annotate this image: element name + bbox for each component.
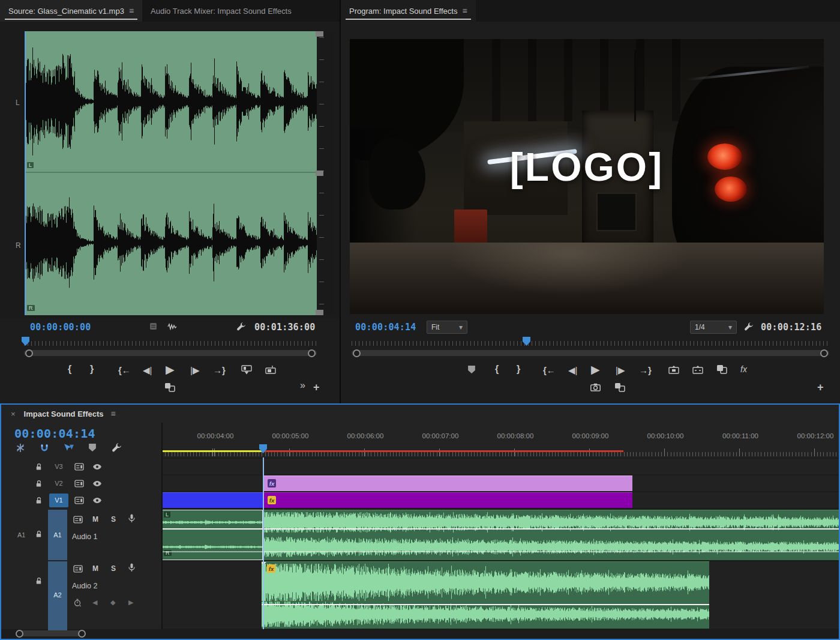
timeline-panel-menu-icon[interactable]: ≡ [111, 409, 116, 418]
step-forward-button[interactable]: |▶ [190, 366, 199, 375]
tab-program[interactable]: Program: Impact Sound Effects ≡ [341, 0, 476, 22]
sync-lock-icon[interactable] [74, 480, 84, 488]
audio2-volume-line[interactable] [262, 604, 709, 605]
add-marker-button[interactable] [467, 365, 476, 374]
go-to-in-button[interactable]: {← [118, 366, 131, 375]
add-marker-button[interactable] [88, 443, 97, 452]
close-panel-icon[interactable]: × [11, 409, 16, 418]
source-position-timecode[interactable]: 00:00:00:00 [30, 322, 91, 333]
mute-button[interactable]: M [92, 515, 98, 524]
mark-out-button[interactable]: } [517, 364, 520, 374]
track-target-v2[interactable]: V2 [49, 477, 68, 491]
lift-button[interactable] [668, 365, 680, 375]
clip-v1-blue[interactable] [162, 492, 263, 508]
prev-keyframe-button[interactable]: ◀ [92, 599, 97, 606]
source-scrollbar-handle-left[interactable] [25, 349, 33, 357]
db-zoom-handle-mid[interactable] [316, 171, 323, 176]
track-lock-icon[interactable] [35, 577, 43, 585]
clip-a2[interactable]: fx [262, 561, 709, 629]
insert-button[interactable] [241, 365, 253, 375]
sync-lock-icon[interactable] [73, 516, 83, 524]
voiceover-mic-icon[interactable] [128, 563, 135, 572]
track-lock-icon[interactable] [35, 480, 43, 488]
clip-a1-selected[interactable]: L R [162, 510, 263, 560]
step-back-button[interactable]: ◀| [143, 366, 152, 375]
extract-button[interactable] [692, 365, 704, 375]
program-zoom-scrollbar[interactable] [352, 349, 829, 358]
export-frame-camera-button[interactable] [590, 383, 601, 391]
tab-source-clip[interactable]: Source: Glass_Cinematic v1.mp3 ≡ [0, 0, 142, 22]
play-button[interactable]: ▶ [166, 364, 175, 375]
track-lock-icon[interactable] [35, 530, 43, 538]
db-zoom-handle-bottom[interactable] [316, 310, 323, 315]
zoom-level-select[interactable]: Fit ▾ [427, 321, 467, 334]
keyframe-stopwatch-icon[interactable] [74, 599, 81, 607]
timeline-position-timecode[interactable]: 00:00:04:14 [14, 426, 95, 441]
global-fx-mute-button[interactable]: fx [740, 365, 747, 373]
clip-v1-purple[interactable]: fx [263, 492, 632, 508]
tab-audio-track-mixer[interactable]: Audio Track Mixer: Impact Sound Effects [142, 0, 300, 22]
program-scrollbar-handle-right[interactable] [820, 349, 828, 357]
timeline-tab-label[interactable]: Impact Sound Effects [24, 409, 104, 418]
track-target-v1[interactable]: V1 [49, 494, 68, 507]
timeline-ruler[interactable]: 00:00:03:00 00:00:04:00 00:00:05:00 00:0… [162, 423, 839, 457]
panel-menu-icon[interactable]: ≡ [129, 6, 134, 16]
track-target-a1[interactable]: A1 [48, 510, 67, 560]
playback-resolution-select[interactable]: 1/4 ▾ [690, 321, 737, 334]
program-panel-menu-icon[interactable]: ≡ [462, 6, 467, 16]
go-to-in-button[interactable]: {← [543, 366, 556, 375]
clip-v2-pink[interactable]: fx [263, 475, 632, 491]
drag-video-audio-icon[interactable] [164, 382, 175, 392]
clip-a1-main[interactable] [263, 510, 839, 560]
waveform-display-icon[interactable] [167, 323, 178, 330]
db-zoom-handle-top[interactable] [316, 31, 323, 37]
overwrite-button[interactable] [265, 365, 277, 375]
source-mini-ruler[interactable] [24, 341, 317, 346]
voiceover-mic-icon[interactable] [128, 514, 135, 523]
track-target-a2[interactable]: A2 [48, 561, 67, 629]
drag-video-audio-icon[interactable] [614, 382, 625, 392]
source-settings-wrench-icon[interactable] [236, 322, 246, 331]
nest-insert-toggle-icon[interactable] [16, 443, 25, 453]
track-output-eye-icon[interactable] [92, 480, 102, 487]
mark-out-button[interactable]: } [90, 364, 94, 374]
source-playhead-line[interactable] [25, 31, 26, 315]
sync-lock-icon[interactable] [74, 463, 84, 471]
source-zoom-scrollbar[interactable] [24, 349, 317, 358]
program-frame[interactable]: [LOGO] [350, 39, 824, 314]
track-output-eye-icon[interactable] [92, 463, 102, 470]
mark-in-button[interactable]: { [495, 364, 499, 374]
solo-button[interactable]: S [111, 515, 116, 524]
add-keyframe-button[interactable]: ◆ [110, 599, 115, 606]
track-lock-icon[interactable] [35, 463, 43, 471]
timeline-scrollbar-handle-right[interactable] [78, 630, 86, 638]
header-content-divider[interactable] [161, 423, 163, 629]
timeline-scrollbar-handle-left[interactable] [16, 630, 23, 638]
sync-lock-icon[interactable] [74, 497, 84, 504]
go-to-out-button[interactable]: →} [639, 366, 652, 375]
step-back-button[interactable]: ◀| [568, 366, 577, 375]
source-scrollbar-handle-right[interactable] [308, 349, 316, 357]
source-waveform-area[interactable]: L R [25, 31, 317, 315]
program-position-timecode[interactable]: 00:00:04:14 [355, 322, 416, 333]
timeline-zoom-scrollbar[interactable] [18, 630, 83, 636]
track-target-v3[interactable]: V3 [49, 460, 68, 474]
program-settings-wrench-icon[interactable] [744, 322, 754, 331]
timeline-playhead-line[interactable] [263, 457, 264, 629]
solo-button[interactable]: S [111, 564, 116, 573]
snap-magnet-icon[interactable] [40, 443, 49, 453]
sync-lock-icon[interactable] [73, 565, 83, 573]
step-forward-button[interactable]: |▶ [616, 366, 625, 375]
source-settings-icon[interactable] [149, 322, 157, 330]
mute-button[interactable]: M [92, 564, 98, 573]
program-scrollbar-handle-left[interactable] [353, 349, 361, 357]
play-button[interactable]: ▶ [591, 364, 600, 375]
timeline-settings-wrench-icon[interactable] [112, 442, 122, 453]
mark-in-button[interactable]: { [68, 364, 71, 374]
source-patch-a1[interactable]: A1 [17, 531, 25, 539]
track-lock-icon[interactable] [35, 497, 43, 504]
db-scale-ruler[interactable] [319, 31, 335, 315]
button-editor-plus[interactable]: + [817, 382, 824, 393]
button-editor-plus[interactable]: + [313, 382, 320, 393]
linked-selection-icon[interactable] [64, 443, 74, 452]
